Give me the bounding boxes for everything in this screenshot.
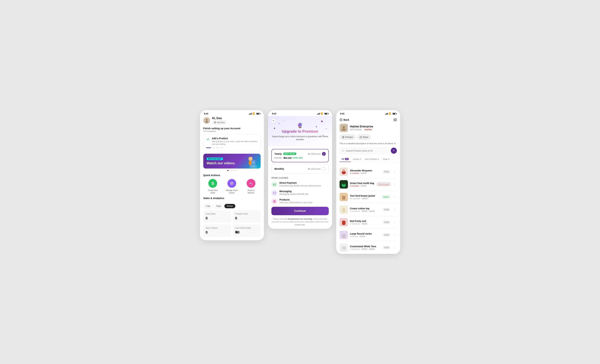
greeting-row: Hi, Doe Visit Store (203, 116, 261, 124)
yearly-plan-row: Yearly BEST VALUE ₦2,100/month (274, 152, 326, 156)
monthly-select-circle (322, 167, 326, 171)
upgrade-subtitle: Supercharge your online business to grea… (272, 135, 329, 141)
product-sub-5: 2 Variations · N5000 (350, 223, 381, 225)
hamburger-menu[interactable] (394, 119, 397, 121)
signal-icon-3 (385, 113, 388, 115)
banner-dot-1 (227, 170, 228, 171)
screen1-content: Hi, Doe Visit Store Finish setting up yo… (200, 116, 264, 240)
benefit-payment-text: Direct Payment Customers pay directly in… (280, 181, 321, 187)
benefit-messaging: Messaging Messaging credits worth ₦5,100 (272, 190, 329, 196)
last-period-sales-value: ₦0 (235, 230, 258, 234)
product-more-1[interactable]: ⋮ (393, 169, 397, 174)
product-info-2: Green Paul smith bag 0 available · N5000 (350, 182, 375, 187)
close-button[interactable]: ✕ (271, 118, 276, 123)
product-more-6[interactable]: ⋮ (393, 232, 397, 237)
svg-rect-26 (273, 201, 274, 202)
yearly-plan-price: ₦2,100/month (308, 152, 321, 156)
product-item-top: Cream cotton top 2 Variations · N5000 - … (339, 203, 397, 216)
benefit-messaging-desc: Messaging credits worth ₦5,100 (280, 193, 308, 195)
tab-active[interactable]: Active 4 (351, 156, 363, 162)
products-sold-label: Products Sold (235, 213, 258, 215)
status-icons-2: 📶 (317, 112, 328, 115)
process-returns-label: Process Returns (245, 189, 257, 194)
tab-all[interactable]: All 24 (339, 156, 351, 162)
product-item-roundneck: Large Round necks Unlimited · N5000 Draf… (339, 229, 397, 241)
setup-item: Add a Product Add products to your store… (206, 137, 258, 145)
store-meta: 500 Products · Inactive (350, 128, 397, 131)
battery-icon-3 (393, 113, 396, 115)
product-info-5: Red Fenty suit 2 Variations · N5000 (350, 220, 381, 225)
setup-section: Finish setting up your Account 1/4 compl… (203, 127, 261, 151)
store-actions: Preview Share (339, 134, 397, 140)
store-products-count: 500 Products (350, 128, 362, 131)
yearly-plan-card[interactable]: Yearly BEST VALUE ₦2,100/month ₦28,000 (272, 149, 329, 162)
status-bar-3: 9:41 📶 (336, 110, 400, 116)
period-1day[interactable]: 1 day (203, 204, 213, 208)
screen-store: 9:41 📶 Back (336, 110, 400, 254)
manage-orders-action[interactable]: Manage Open Orders (226, 179, 238, 194)
manage-orders-icon (227, 179, 236, 188)
benefit-products-desc: Add Up to 100 products in your store (280, 201, 312, 204)
screen-premium: 9:41 📶 ✕ ✦ ✦ ✦ ✦ ✦ ✦ (268, 110, 332, 229)
period-7days[interactable]: 7days (214, 204, 223, 208)
product-img-5 (339, 218, 348, 226)
wifi-icon-3: 📶 (389, 112, 391, 115)
tab-draft[interactable]: Draft 4 (381, 156, 392, 162)
greeting-name: Hi, Doe (212, 117, 261, 120)
search-input[interactable] (346, 149, 387, 152)
product-name-3: Tom ford brown jacket (350, 195, 379, 197)
time-2: 9:41 (272, 112, 276, 115)
period-30days[interactable]: 30days (224, 204, 235, 208)
battery-icon (256, 113, 260, 115)
product-info-6: Large Round necks Unlimited · N5000 (350, 232, 381, 237)
product-more-7[interactable]: ⋮ (393, 245, 397, 250)
actions-row: Create New Order Manage Open Orders Proc… (203, 179, 261, 194)
visit-store-button[interactable]: Visit Store (212, 121, 227, 124)
search-box[interactable] (339, 148, 389, 154)
process-returns-action[interactable]: Process Returns (245, 179, 257, 194)
products-sold-card: Products Sold 0 (233, 210, 261, 223)
setup-progress: 1/4 completed (203, 130, 261, 132)
store-description: This is a detailed description of what t… (339, 142, 397, 145)
monthly-plan-row: Monthly ₦5,100/month (274, 167, 326, 171)
product-name-4: Cream cotton top (350, 207, 381, 210)
yearly-sale-price: ₦25,200 (283, 157, 292, 159)
product-item-alexander: Alexander Mcqueen 0 available · N5000 Dr… (339, 166, 397, 178)
setup-item-title: Add a Product (212, 137, 258, 140)
product-name-2: Green Paul smith bag (350, 182, 375, 185)
banner-section: Need extra help? Watch our videos. (203, 154, 261, 171)
products-list: Alexander Mcqueen 0 available · N5000 Dr… (336, 166, 400, 254)
product-more-2[interactable]: ⋮ (393, 182, 397, 187)
product-name-1: Alexander Mcqueen (350, 169, 381, 172)
status-icons-3: 📶 (385, 112, 396, 115)
product-more-5[interactable]: ⋮ (393, 220, 397, 225)
tab-out-of-stock[interactable]: Out of Stock 4 (363, 156, 381, 162)
svg-rect-24 (273, 200, 274, 201)
product-more-3[interactable]: ⋮ (393, 195, 397, 199)
period-buttons: 1 day 7days 30days (203, 204, 261, 208)
banner-dots (203, 170, 261, 171)
whats-included: What's Included Direct Payment Customers… (272, 177, 329, 205)
share-button[interactable]: Share (357, 134, 371, 140)
disclaimer: Please note that all payments are recurr… (272, 218, 329, 226)
svg-point-28 (340, 119, 342, 121)
preview-button[interactable]: Preview (339, 134, 356, 140)
monthly-plan-card[interactable]: Monthly ₦5,100/month (272, 164, 329, 174)
product-sub-1: 0 available · N5000 (350, 172, 381, 174)
store-name: Habitat Enterprise (350, 125, 397, 128)
product-img-1 (339, 168, 348, 176)
status-icons-1: 📶 (249, 112, 260, 115)
product-status-6: Draft (383, 233, 390, 237)
continue-button[interactable]: Continue (272, 207, 329, 215)
svg-text:✦: ✦ (283, 120, 285, 121)
banner-badge: Need extra help? (207, 158, 223, 160)
product-status-2: Out of stock (377, 183, 390, 186)
add-product-button[interactable]: + (391, 148, 397, 154)
product-more-4[interactable]: ⋮ (393, 207, 397, 212)
screen2-body: Yearly BEST VALUE ₦2,100/month ₦28,000 (268, 146, 332, 229)
svg-rect-8 (249, 161, 251, 165)
svg-rect-9 (251, 162, 254, 163)
svg-point-40 (343, 169, 345, 172)
create-order-action[interactable]: Create New Order (207, 179, 219, 194)
back-button[interactable]: Back (339, 118, 349, 121)
